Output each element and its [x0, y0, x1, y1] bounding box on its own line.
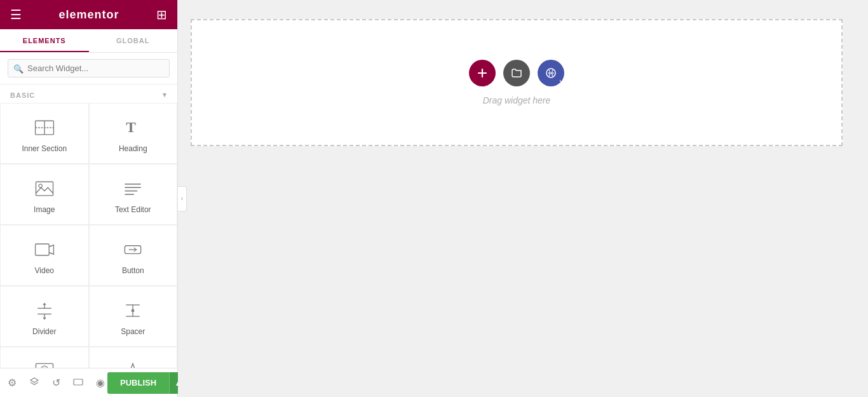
image-icon [33, 177, 56, 200]
template-button[interactable]: 🖱 [538, 60, 564, 86]
search-input[interactable] [8, 59, 170, 77]
sidebar-bottom: ⚙ ↺ ◉ PUBLISH ▲ [0, 368, 177, 397]
widget-google-maps[interactable]: Google Maps [0, 347, 89, 368]
button-icon [121, 238, 144, 261]
widget-button-label: Button [122, 266, 144, 275]
plus-icon [477, 67, 488, 79]
sidebar: ☰ elementor ⊞ ELEMENTS GLOBAL 🔍 BASIC ▾ … [0, 0, 178, 397]
widget-image[interactable]: Image [0, 164, 89, 225]
inner-section-icon [33, 116, 56, 139]
video-icon [33, 238, 56, 261]
cursor-icon: 🖱 [558, 79, 568, 90]
divider-icon [33, 299, 56, 322]
google-maps-icon [33, 360, 56, 368]
publish-button[interactable]: PUBLISH [107, 372, 169, 394]
svg-rect-10 [35, 244, 49, 255]
responsive-icon[interactable] [71, 374, 86, 392]
drop-buttons: 🖱 [469, 60, 564, 86]
bottom-icons: ⚙ ↺ ◉ [5, 374, 107, 392]
widget-divider[interactable]: Divider [0, 286, 89, 347]
hamburger-icon[interactable]: ☰ [10, 7, 22, 22]
icon-widget-icon [121, 360, 144, 368]
tab-elements[interactable]: ELEMENTS [0, 29, 89, 52]
widget-icon[interactable]: Icon [89, 347, 178, 368]
widget-inner-section[interactable]: Inner Section [0, 103, 89, 164]
eye-icon[interactable]: ◉ [93, 374, 107, 391]
svg-marker-27 [31, 378, 38, 382]
canvas-area: 🖱 Drag widget here [178, 0, 868, 397]
history-icon[interactable]: ↺ [50, 374, 63, 391]
svg-marker-15 [43, 302, 46, 305]
collapse-handle[interactable]: ‹ [178, 186, 187, 212]
heading-icon: T [121, 116, 144, 139]
svg-text:T: T [126, 119, 136, 135]
widget-spacer[interactable]: Spacer [89, 286, 178, 347]
folder-button[interactable] [503, 60, 530, 86]
layers-icon[interactable] [27, 374, 42, 392]
widget-text-editor[interactable]: Text Editor [89, 164, 178, 225]
text-editor-icon [121, 177, 144, 200]
search-wrapper: 🔍 [8, 59, 170, 77]
search-icon: 🔍 [13, 64, 24, 73]
settings-icon[interactable]: ⚙ [5, 374, 19, 391]
widget-inner-section-label: Inner Section [22, 144, 67, 153]
search-bar: 🔍 [0, 53, 177, 84]
widget-spacer-label: Spacer [121, 327, 145, 336]
svg-marker-18 [43, 318, 46, 320]
widget-divider-label: Divider [32, 327, 56, 336]
drag-text: Drag widget here [483, 95, 551, 105]
widget-text-editor-label: Text Editor [115, 205, 151, 214]
basic-section-header[interactable]: BASIC ▾ [0, 84, 177, 103]
collapse-icon: ▾ [163, 91, 167, 99]
app-title: elementor [58, 8, 119, 22]
template-icon [545, 67, 557, 79]
spacer-icon [121, 299, 144, 322]
widget-video-label: Video [35, 266, 54, 275]
widget-heading-label: Heading [119, 144, 147, 153]
folder-icon [511, 67, 522, 79]
widget-heading[interactable]: T Heading [89, 103, 178, 164]
publish-group: PUBLISH ▲ [107, 372, 187, 394]
tab-bar: ELEMENTS GLOBAL [0, 29, 177, 53]
sidebar-header: ☰ elementor ⊞ [0, 0, 177, 29]
svg-point-5 [39, 184, 42, 187]
svg-rect-4 [36, 182, 53, 196]
tab-global[interactable]: GLOBAL [89, 29, 178, 52]
widget-button[interactable]: Button [89, 225, 178, 286]
grid-icon[interactable]: ⊞ [156, 7, 167, 22]
widgets-grid: Inner Section T Heading Image [0, 103, 177, 368]
canvas-section: 🖱 Drag widget here [191, 19, 843, 146]
add-section-button[interactable] [469, 60, 496, 86]
widget-video[interactable]: Video [0, 225, 89, 286]
svg-rect-28 [74, 379, 83, 385]
basic-label: BASIC [10, 91, 35, 99]
widget-image-label: Image [34, 205, 55, 214]
